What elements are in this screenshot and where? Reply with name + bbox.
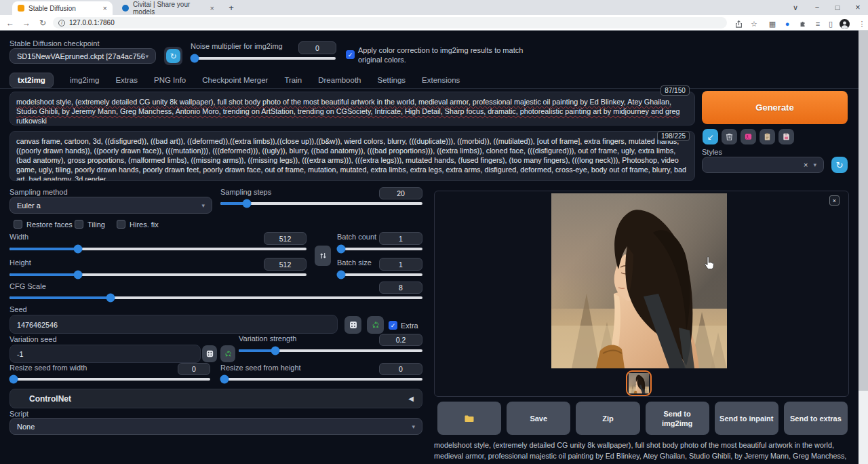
checkpoint-refresh-pad: ↻	[164, 47, 182, 65]
zip-button[interactable]: Zip	[576, 402, 639, 435]
back-icon[interactable]: ←	[4, 17, 16, 29]
gradio-favicon-icon	[18, 5, 24, 12]
batch-count-slider[interactable]	[337, 248, 422, 250]
resize-seed-width-slider[interactable]	[9, 378, 210, 381]
extension-grid-icon[interactable]: ▦	[766, 18, 778, 30]
browser-tab-title: Civitai | Share your models	[133, 1, 205, 16]
tab-dreambooth[interactable]: Dreambooth	[318, 76, 361, 84]
tab-extensions[interactable]: Extensions	[422, 76, 460, 84]
variation-random-seed-button[interactable]	[202, 345, 217, 362]
window-maximize-button[interactable]: □	[827, 0, 848, 15]
tab-txt2img[interactable]: txt2img	[9, 73, 54, 88]
variation-reuse-seed-button[interactable]	[220, 345, 235, 362]
cfg-scale-value[interactable]: 8	[379, 282, 422, 294]
reuse-seed-button[interactable]	[367, 316, 384, 334]
tab-extras[interactable]: Extras	[115, 76, 138, 84]
browser-menu-kebab-icon[interactable]: ⋮	[856, 18, 868, 30]
sampling-method-dropdown[interactable]: Euler a ▾	[9, 197, 212, 214]
reload-icon[interactable]: ↻	[37, 17, 49, 29]
send-to-img2img-button[interactable]: Send to img2img	[646, 402, 709, 435]
tab-img2img[interactable]: img2img	[70, 76, 99, 84]
script-dropdown[interactable]: None ▾	[9, 418, 422, 435]
batch-size-slider[interactable]	[337, 273, 422, 276]
new-tab-button[interactable]: +	[224, 0, 239, 15]
resize-seed-height-value[interactable]: 0	[379, 363, 422, 375]
prompt-token-counter: 87/150	[660, 85, 690, 96]
sampling-steps-value[interactable]: 20	[379, 187, 422, 199]
tab-close-icon[interactable]: ×	[205, 4, 214, 12]
checkpoint-refresh-button[interactable]: ↻	[166, 49, 180, 63]
width-slider[interactable]	[9, 248, 307, 250]
resize-seed-height-slider[interactable]	[220, 378, 422, 381]
height-slider[interactable]	[9, 273, 307, 276]
swap-dimensions-button[interactable]	[315, 246, 331, 266]
side-panel-icon[interactable]: ▯	[825, 18, 837, 30]
recycle-icon	[371, 320, 380, 330]
checkpoint-dropdown[interactable]: SD15NewVAEpruned.ckpt [27a4ac756c] ▾	[9, 48, 156, 64]
window-close-button[interactable]: ×	[848, 0, 868, 15]
tab-close-icon[interactable]: ×	[98, 4, 107, 12]
restore-faces-label: Restore faces	[26, 220, 73, 229]
clear-prompt-button[interactable]	[722, 129, 737, 144]
bookmark-star-icon[interactable]: ☆	[748, 18, 760, 30]
width-value[interactable]: 512	[264, 232, 307, 245]
noise-multiplier-value[interactable]: 0	[298, 41, 336, 54]
window-minimize-button[interactable]: −	[807, 0, 827, 15]
gallery-close-button[interactable]: ×	[829, 195, 840, 206]
gallery-thumbnail[interactable]	[626, 370, 652, 396]
browser-tab-civitai[interactable]: Civitai | Share your models ×	[117, 1, 220, 15]
extensions-puzzle-icon[interactable]	[797, 18, 809, 30]
variation-seed-input[interactable]: -1	[9, 345, 201, 363]
apply-style-button[interactable]	[760, 129, 775, 144]
styles-dropdown[interactable]: × ▾	[702, 157, 824, 173]
sampling-steps-label: Sampling steps	[220, 188, 271, 196]
generate-button[interactable]: Generate	[702, 91, 848, 124]
prompt-text: modelshoot style, (extremely detailed CG…	[16, 98, 680, 125]
tab-checkpoint-merger[interactable]: Checkpoint Merger	[202, 76, 268, 84]
batch-size-value[interactable]: 1	[379, 258, 422, 271]
share-icon[interactable]	[732, 18, 745, 30]
prompt-textarea[interactable]: modelshoot style, (extremely detailed CG…	[9, 92, 695, 125]
scrollbar-thumb[interactable]	[859, 31, 868, 391]
seed-input[interactable]: 1476462546	[9, 315, 338, 334]
send-to-extras-button[interactable]: Send to extras	[784, 402, 848, 435]
window-chevron-icon[interactable]: ∨	[785, 0, 806, 15]
browser-tab-stable-diffusion[interactable]: Stable Diffusion ×	[12, 1, 113, 15]
media-extension-icon[interactable]: ●	[781, 18, 793, 30]
generated-image[interactable]	[551, 193, 727, 368]
reading-list-icon[interactable]: ≡	[812, 18, 824, 30]
tab-settings[interactable]: Settings	[378, 76, 406, 84]
chevron-down-icon: ▾	[813, 161, 816, 168]
paste-params-button[interactable]: ↙	[703, 129, 718, 144]
noise-multiplier-slider[interactable]	[191, 57, 336, 60]
send-to-inpaint-button[interactable]: Send to inpaint	[715, 402, 778, 435]
height-value[interactable]: 512	[264, 258, 307, 271]
tiling-checkbox[interactable]	[75, 220, 83, 229]
tab-png-info[interactable]: PNG Info	[154, 76, 186, 84]
site-info-icon[interactable]: i	[58, 20, 65, 26]
extra-seed-checkbox[interactable]: ✓	[389, 321, 397, 330]
controlnet-accordion[interactable]: ControlNet ◀	[9, 389, 422, 408]
styles-clear-icon[interactable]: ×	[804, 161, 808, 169]
hires-fix-checkbox[interactable]	[117, 220, 125, 229]
negative-prompt-textarea[interactable]: canvas frame, cartoon, 3d, ((disfigured)…	[9, 131, 695, 181]
profile-avatar[interactable]	[838, 18, 850, 30]
trash-icon	[725, 132, 734, 141]
styles-refresh-button[interactable]: ↻	[831, 157, 848, 173]
forward-icon[interactable]: →	[20, 17, 33, 29]
url-bar[interactable]: i 127.0.0.1:7860	[53, 17, 727, 28]
variation-strength-slider[interactable]	[239, 349, 422, 352]
save-button[interactable]: Save	[507, 402, 570, 435]
batch-count-value[interactable]: 1	[379, 232, 422, 245]
random-seed-button[interactable]	[344, 316, 361, 334]
cfg-scale-slider[interactable]	[9, 296, 422, 299]
open-folder-button[interactable]	[437, 402, 501, 435]
variation-strength-value[interactable]: 0.2	[379, 334, 422, 346]
color-correction-checkbox[interactable]: ✓	[346, 50, 355, 59]
sampling-steps-slider[interactable]	[220, 202, 422, 205]
tab-train[interactable]: Train	[284, 76, 302, 84]
resize-seed-width-value[interactable]: 0	[178, 363, 210, 375]
save-style-button[interactable]	[778, 129, 794, 144]
extra-networks-button[interactable]	[741, 129, 756, 144]
restore-faces-checkbox[interactable]	[14, 220, 22, 229]
